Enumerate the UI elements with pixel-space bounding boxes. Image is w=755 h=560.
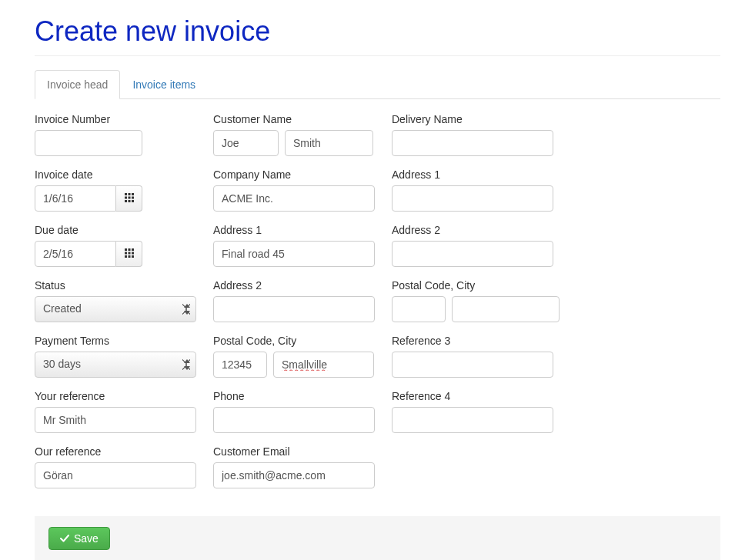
- delivery-name-input[interactable]: [392, 130, 553, 156]
- svg-rect-16: [128, 255, 130, 258]
- form-area: Invoice Number Invoice date Due date: [35, 99, 720, 501]
- customer-name-label: Customer Name: [213, 113, 375, 125]
- svg-rect-15: [125, 255, 127, 258]
- svg-rect-9: [125, 248, 127, 251]
- payment-terms-label: Payment Terms: [35, 335, 196, 347]
- customer-city-input[interactable]: [273, 352, 374, 378]
- delivery-name-label: Delivery Name: [392, 113, 553, 125]
- svg-rect-1: [128, 193, 130, 195]
- customer-email-input[interactable]: [213, 462, 375, 488]
- delivery-address1-label: Address 1: [392, 168, 553, 181]
- delivery-address2-input[interactable]: [392, 241, 553, 267]
- svg-rect-6: [125, 200, 127, 202]
- invoice-date-input[interactable]: [35, 185, 116, 212]
- svg-rect-10: [128, 248, 130, 251]
- your-reference-label: Your reference: [35, 390, 196, 402]
- payment-terms-select[interactable]: 30 days: [35, 352, 196, 378]
- customer-first-name-input[interactable]: [213, 130, 279, 156]
- reference4-label: Reference 4: [392, 390, 553, 402]
- customer-postal-code-input[interactable]: [213, 352, 267, 378]
- due-date-label: Due date: [35, 224, 196, 236]
- company-name-label: Company Name: [213, 168, 375, 181]
- invoice-date-picker-button[interactable]: [116, 185, 142, 212]
- customer-address1-label: Address 1: [213, 224, 375, 236]
- tab-invoice-head[interactable]: Invoice head: [35, 70, 120, 99]
- svg-rect-5: [132, 197, 134, 199]
- svg-rect-0: [125, 193, 127, 195]
- calendar-icon: [125, 192, 134, 205]
- customer-address2-input[interactable]: [213, 296, 375, 322]
- customer-last-name-input[interactable]: [285, 130, 373, 156]
- reference3-input[interactable]: [392, 352, 553, 378]
- your-reference-input[interactable]: [35, 407, 196, 433]
- delivery-city-input[interactable]: [452, 296, 560, 322]
- company-name-input[interactable]: [213, 185, 375, 212]
- delivery-address1-input[interactable]: [392, 185, 553, 212]
- customer-address2-label: Address 2: [213, 279, 375, 292]
- svg-rect-14: [132, 252, 134, 255]
- invoice-number-label: Invoice Number: [35, 113, 196, 125]
- save-button[interactable]: Save: [48, 527, 110, 550]
- invoice-date-label: Invoice date: [35, 168, 196, 181]
- svg-rect-2: [132, 193, 134, 195]
- status-label: Status: [35, 279, 196, 292]
- customer-email-label: Customer Email: [213, 445, 375, 458]
- due-date-picker-button[interactable]: [116, 241, 142, 267]
- column-delivery: Delivery Name Address 1 Address 2 Postal…: [392, 113, 553, 501]
- status-select[interactable]: Created: [35, 296, 196, 322]
- svg-rect-11: [132, 248, 134, 251]
- check-icon: [60, 534, 69, 543]
- our-reference-label: Our reference: [35, 445, 196, 458]
- svg-rect-17: [132, 255, 134, 258]
- delivery-address2-label: Address 2: [392, 224, 553, 236]
- invoice-number-input[interactable]: [35, 130, 142, 156]
- reference4-input[interactable]: [392, 407, 553, 433]
- page-title: Create new invoice: [35, 15, 720, 56]
- column-customer: Customer Name Company Name Address 1 Add…: [213, 113, 375, 501]
- customer-address1-input[interactable]: [213, 241, 375, 267]
- calendar-icon: [125, 248, 134, 260]
- delivery-postal-label: Postal Code, City: [392, 279, 553, 292]
- our-reference-input[interactable]: [35, 462, 196, 488]
- svg-rect-7: [128, 200, 130, 202]
- phone-label: Phone: [213, 390, 375, 402]
- customer-postal-label: Postal Code, City: [213, 335, 375, 347]
- due-date-input[interactable]: [35, 241, 116, 267]
- svg-rect-3: [125, 197, 127, 199]
- tab-invoice-items[interactable]: Invoice items: [120, 70, 208, 99]
- delivery-postal-code-input[interactable]: [392, 296, 446, 322]
- svg-rect-8: [132, 200, 134, 202]
- save-button-label: Save: [74, 532, 99, 545]
- svg-rect-4: [128, 197, 130, 199]
- tabs: Invoice head Invoice items: [35, 70, 720, 99]
- svg-rect-13: [128, 252, 130, 255]
- svg-rect-12: [125, 252, 127, 255]
- phone-input[interactable]: [213, 407, 375, 433]
- reference3-label: Reference 3: [392, 335, 553, 347]
- footer-bar: Save: [35, 516, 720, 560]
- column-invoice: Invoice Number Invoice date Due date: [35, 113, 196, 501]
